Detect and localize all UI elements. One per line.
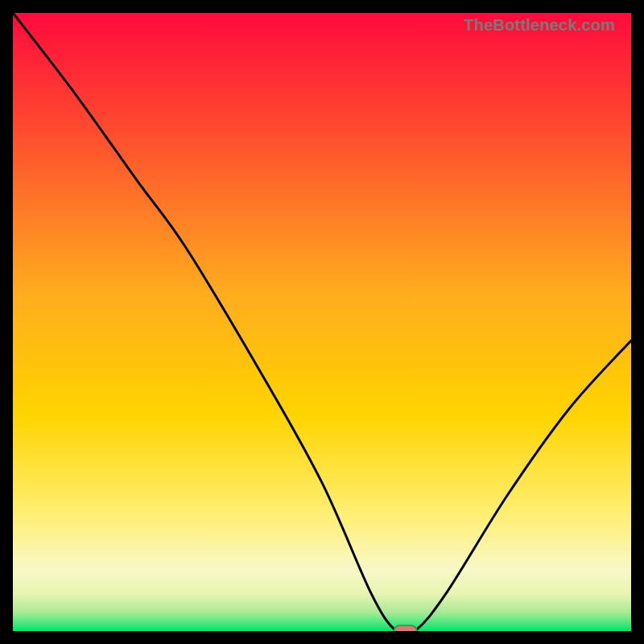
watermark-text: TheBottleneck.com bbox=[464, 16, 615, 35]
optimum-marker bbox=[394, 625, 417, 631]
bottleneck-chart bbox=[13, 13, 631, 631]
chart-frame: TheBottleneck.com bbox=[13, 13, 631, 631]
gradient-background bbox=[13, 13, 631, 631]
